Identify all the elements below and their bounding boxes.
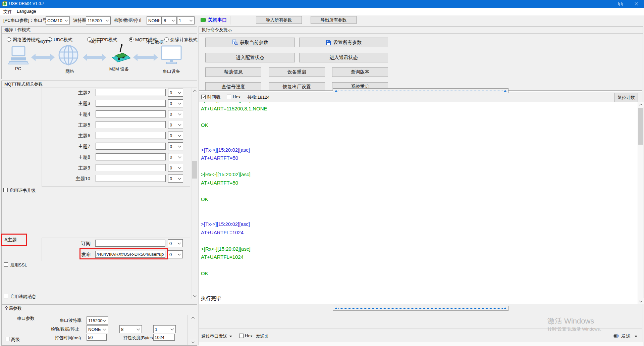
timestamp-checkbox[interactable] xyxy=(201,95,206,99)
topic-input[interactable] xyxy=(96,143,166,150)
cmd-button-设置所有参数[interactable]: 设置所有参数 xyxy=(299,38,388,47)
scroll-up-button[interactable] xyxy=(192,88,198,94)
publish-qos-select[interactable]: 0 xyxy=(168,250,183,258)
export-params-button[interactable]: 导出所有参数 xyxy=(311,16,357,24)
scrollbar-thumb[interactable] xyxy=(192,161,197,179)
topic-qos-select[interactable]: 0 xyxy=(168,175,183,183)
send-button[interactable]: 发送 xyxy=(613,332,640,340)
restore-icon-back xyxy=(619,2,622,5)
scrollbar-thumb[interactable] xyxy=(638,108,643,145)
subscribe-input[interactable] xyxy=(95,240,165,247)
baud-value: 115200 xyxy=(88,18,102,23)
serial-device-label: 串口设备 xyxy=(163,68,180,75)
cmd-button-进入通讯状态[interactable]: 进入通讯状态 xyxy=(299,53,388,62)
log-line: >[Rx<-][15:20:02][asc] xyxy=(201,171,267,180)
topic-input[interactable] xyxy=(96,89,166,96)
mqtt-panel-scrollbar[interactable] xyxy=(192,88,197,299)
global-baud-select[interactable]: 115200 xyxy=(87,316,108,325)
pc-label: PC xyxy=(15,66,21,71)
topic-qos-select[interactable]: 0 xyxy=(168,110,183,118)
log-hex-checkbox[interactable] xyxy=(227,95,231,99)
cmd-button-label: 帮助信息 xyxy=(224,69,243,75)
global-parity-select[interactable]: NONE xyxy=(87,325,108,333)
splitter-handle-top[interactable] xyxy=(333,88,508,93)
will-message-checkbox[interactable] xyxy=(4,294,8,298)
scroll-up-button[interactable] xyxy=(190,315,196,320)
pack-len-input[interactable] xyxy=(153,334,175,341)
global-stopbits-select[interactable]: 1 xyxy=(153,325,176,333)
chevron-down-icon xyxy=(193,294,197,297)
pack-time-input[interactable] xyxy=(87,334,107,341)
toolbar-separator-2 xyxy=(230,16,230,24)
cmd-button-设备重启[interactable]: 设备重启 xyxy=(269,67,325,77)
stopbits-select[interactable]: 1 xyxy=(177,16,195,24)
cmd-button-label: 进入配置状态 xyxy=(236,55,264,61)
subscribe-qos-select[interactable]: 0 xyxy=(168,239,183,247)
mqtt-topics-box: 主题20主题30主题40主题50主题60主题70主题80主题90主题100 xyxy=(42,85,190,187)
topic-qos-value: 0 xyxy=(170,155,172,160)
global-baud-value: 115200 xyxy=(88,318,102,323)
topic-qos-select[interactable]: 0 xyxy=(168,99,183,107)
cert-upgrade-checkbox[interactable] xyxy=(3,188,8,192)
chevron-up-icon xyxy=(193,90,197,93)
log-line xyxy=(201,287,267,296)
ssl-checkbox[interactable] xyxy=(4,262,8,267)
close-button[interactable] xyxy=(629,0,644,8)
restore-button[interactable] xyxy=(613,0,629,8)
chevron-up-icon xyxy=(192,317,195,320)
minimize-button[interactable] xyxy=(598,0,613,8)
log-line xyxy=(201,188,267,197)
menu-file[interactable]: 文件 xyxy=(3,9,12,15)
net-label: 网络 xyxy=(65,68,74,75)
topic-input[interactable] xyxy=(96,121,166,128)
scroll-down-button[interactable] xyxy=(192,293,198,299)
topic-input[interactable] xyxy=(96,132,166,139)
menu-language[interactable]: Language xyxy=(17,9,36,14)
topic-input[interactable] xyxy=(96,110,166,117)
scroll-down-button[interactable] xyxy=(190,339,196,345)
log-line: AT+UARTFT=50 xyxy=(201,180,267,188)
topic-qos-select[interactable]: 0 xyxy=(168,121,183,129)
cmd-button-label: 设备重启 xyxy=(287,69,306,75)
log-line: AT+UARTFT=50 xyxy=(201,155,267,163)
cmd-button-帮助信息[interactable]: 帮助信息 xyxy=(205,67,261,77)
baud-select[interactable]: 115200 xyxy=(86,16,111,24)
global-parity-label: 检验/数据/停止 xyxy=(51,326,79,332)
topic-input[interactable] xyxy=(96,175,166,182)
will-message-label: 启用遗嘱消息 xyxy=(10,294,36,300)
topic-qos-select[interactable]: 0 xyxy=(168,132,183,140)
parity-select[interactable]: NONI xyxy=(147,16,162,24)
topic-input[interactable] xyxy=(96,100,166,107)
splitter-handle-bottom[interactable] xyxy=(333,306,508,311)
publish-input[interactable] xyxy=(95,251,165,258)
close-serial-button[interactable]: 关闭串口 xyxy=(200,16,229,24)
topic-qos-select[interactable]: 0 xyxy=(168,142,183,150)
topic-qos-select[interactable]: 0 xyxy=(168,153,183,161)
link3-label: 串口数据 xyxy=(146,39,164,45)
chevron-down-icon xyxy=(171,327,174,331)
cmd-button-查询版本[interactable]: 查询版本 xyxy=(332,67,388,77)
global-databits-select[interactable]: 8 xyxy=(119,325,142,333)
global-panel-scrollbar[interactable] xyxy=(190,315,196,345)
cmd-button-获取当前参数[interactable]: 获取当前参数 xyxy=(205,38,295,47)
reset-count-button[interactable]: 复位计数 xyxy=(614,93,638,102)
send-via-serial-button[interactable]: 通过串口发送 xyxy=(201,333,233,340)
topic-qos-select[interactable]: 0 xyxy=(168,89,183,97)
toolbar-separator xyxy=(196,16,196,24)
com-port-select[interactable]: COM10 xyxy=(46,16,70,24)
import-params-button[interactable]: 导入所有参数 xyxy=(256,16,302,24)
cmd-button-进入配置状态[interactable]: 进入配置状态 xyxy=(205,53,295,62)
topic-qos-select[interactable]: 0 xyxy=(168,164,183,172)
log-line: >[Rx<-][15:20:02][asc] xyxy=(201,102,267,106)
chevron-down-icon xyxy=(178,112,181,115)
topic-label: 主题10 xyxy=(42,176,90,182)
scroll-up-button[interactable] xyxy=(638,102,644,107)
scroll-down-button[interactable] xyxy=(638,298,644,304)
topic-input[interactable] xyxy=(96,153,166,160)
topic-input[interactable] xyxy=(96,164,166,171)
advanced-checkbox[interactable] xyxy=(5,337,9,341)
databits-select[interactable]: 8 xyxy=(162,16,177,24)
log-output[interactable]: >[Rx<-][15:20:02][asc]AT+UART=115200,8,1… xyxy=(199,102,638,304)
log-scrollbar[interactable] xyxy=(638,102,643,304)
send-hex-checkbox[interactable] xyxy=(239,334,244,338)
